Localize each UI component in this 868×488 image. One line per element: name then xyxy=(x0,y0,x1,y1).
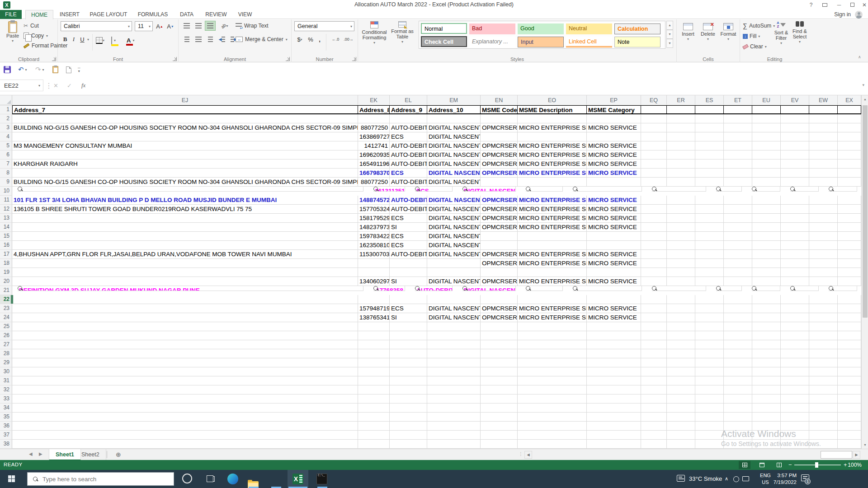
clipboard-dialog-launcher[interactable] xyxy=(52,57,56,61)
cell-ES23[interactable] xyxy=(695,304,724,313)
cell-EV24[interactable] xyxy=(781,313,809,322)
row-header-2[interactable]: 2 xyxy=(0,114,12,123)
cell-EU29[interactable] xyxy=(752,358,781,367)
cell-EN11[interactable]: OPMCRSER xyxy=(481,196,518,205)
zoom-out-button[interactable]: − xyxy=(788,461,792,468)
cell-ET21[interactable] xyxy=(829,286,857,291)
cell-EX36[interactable] xyxy=(838,422,861,431)
cell-EM2[interactable] xyxy=(427,114,481,123)
cell-ET8[interactable] xyxy=(724,169,752,178)
cell-EN3[interactable]: OPMCRSER xyxy=(481,123,518,132)
cell-EV8[interactable] xyxy=(781,169,809,178)
cell-ES35[interactable] xyxy=(695,413,724,422)
cell-EJ26[interactable] xyxy=(12,331,358,340)
style-neutral[interactable]: Neutral xyxy=(566,23,612,34)
cell-EX31[interactable] xyxy=(838,376,861,385)
cell-EX26[interactable] xyxy=(838,331,861,340)
cell-EJ20[interactable] xyxy=(12,277,358,286)
cell-EX12[interactable] xyxy=(838,205,861,214)
cell-EU33[interactable] xyxy=(752,394,781,404)
cell-EW17[interactable] xyxy=(809,250,838,259)
cell-ET16[interactable] xyxy=(724,241,752,250)
format-as-table-button[interactable]: Format as Table▾ xyxy=(390,21,415,45)
cell-ER3[interactable] xyxy=(667,123,695,132)
percent-style-button[interactable]: % xyxy=(307,35,314,44)
cell-ES19[interactable] xyxy=(695,268,724,277)
cell-EL24[interactable]: SI xyxy=(390,313,427,322)
cell-EP24[interactable]: MICRO SERVICE xyxy=(587,313,641,322)
cell-EM23[interactable]: DIGITAL NASCENT xyxy=(427,304,481,313)
cell-EU4[interactable] xyxy=(752,132,781,141)
cell-ET13[interactable] xyxy=(724,214,752,223)
number-format-combo[interactable]: General▾ xyxy=(294,21,354,31)
cell-EM27[interactable] xyxy=(427,340,481,349)
cell-EP34[interactable] xyxy=(587,404,641,413)
cell-EU26[interactable] xyxy=(752,331,781,340)
cell-EX35[interactable] xyxy=(838,413,861,422)
cell-EW23[interactable] xyxy=(809,304,838,313)
cell-EM36[interactable] xyxy=(427,422,481,431)
cell-EQ3[interactable] xyxy=(641,123,667,132)
cell-EU2[interactable] xyxy=(752,114,781,123)
cell-ES29[interactable] xyxy=(695,358,724,367)
cell-ER2[interactable] xyxy=(667,114,695,123)
cell-EN28[interactable] xyxy=(481,349,518,358)
cell-EU11[interactable] xyxy=(752,196,781,205)
cell-EU13[interactable] xyxy=(752,214,781,223)
cell-EN38[interactable] xyxy=(481,440,518,449)
cell-EV36[interactable] xyxy=(781,422,809,431)
cell-EK29[interactable] xyxy=(358,358,390,367)
cell-ER24[interactable] xyxy=(667,313,695,322)
cell-EP27[interactable] xyxy=(587,340,641,349)
cell-EP22[interactable] xyxy=(587,295,641,304)
cell-ER12[interactable] xyxy=(667,205,695,214)
style-input[interactable]: Input xyxy=(518,37,564,47)
cell-EM38[interactable] xyxy=(427,440,481,449)
style-bad[interactable]: Bad xyxy=(469,23,515,34)
row-header-17[interactable]: 17 xyxy=(0,250,12,259)
cell-EL26[interactable] xyxy=(390,331,427,340)
row-header-14[interactable]: 14 xyxy=(0,223,12,232)
cell-EW11[interactable] xyxy=(809,196,838,205)
row-header-5[interactable]: 5 xyxy=(0,141,12,150)
column-header-ET[interactable]: ET xyxy=(724,95,752,105)
cell-EV17[interactable] xyxy=(781,250,809,259)
cell-EX29[interactable] xyxy=(838,358,861,367)
cell-ES31[interactable] xyxy=(695,376,724,385)
cell-EO8[interactable]: MICRO ENTERPRISE SER xyxy=(518,169,587,178)
clear-button[interactable]: Clear▾ xyxy=(743,42,767,51)
cell-EM14[interactable]: DIGITAL NASCENT xyxy=(427,223,481,232)
ribbon-display-options-button[interactable] xyxy=(818,0,831,10)
zoom-slider-thumb[interactable] xyxy=(815,462,818,468)
cell-EV18[interactable] xyxy=(781,259,809,268)
cell-ER13[interactable] xyxy=(667,214,695,223)
cell-EL14[interactable]: SI xyxy=(390,223,427,232)
cell-EQ32[interactable] xyxy=(641,385,667,394)
cell-EJ23[interactable] xyxy=(12,304,358,313)
cell-EU23[interactable] xyxy=(752,304,781,313)
cell-EW6[interactable] xyxy=(809,150,838,160)
font-size-combo[interactable]: 11▾ xyxy=(135,21,153,31)
font-color-button[interactable]: A▾ xyxy=(127,36,134,45)
cell-EQ31[interactable] xyxy=(641,376,667,385)
cell-EK38[interactable] xyxy=(358,440,390,449)
cell-EL30[interactable] xyxy=(390,367,427,376)
scroll-left-button[interactable]: ◀ xyxy=(524,451,532,459)
fill-color-button[interactable]: ▾ xyxy=(111,36,116,45)
cell-ET31[interactable] xyxy=(724,376,752,385)
save-button[interactable] xyxy=(4,65,11,74)
cell-EK18[interactable] xyxy=(358,259,390,268)
cell-EU27[interactable] xyxy=(752,340,781,349)
align-left-button[interactable] xyxy=(181,34,192,44)
column-header-EL[interactable]: EL xyxy=(390,95,427,105)
cell-EX2[interactable] xyxy=(838,114,861,123)
cell-EN17[interactable]: OPMCRSER xyxy=(481,250,518,259)
formula-bar-expand-button[interactable]: ▾ xyxy=(862,83,864,87)
cell-EQ23[interactable] xyxy=(641,304,667,313)
cell-EJ5[interactable]: M3 MANGEMENY CONSULTANY MUMBAI xyxy=(12,141,358,150)
cell-EQ30[interactable] xyxy=(641,367,667,376)
normal-view-button[interactable] xyxy=(739,461,750,469)
cell-EV2[interactable] xyxy=(781,114,809,123)
cell-EM3[interactable]: DIGITAL NASCENT xyxy=(427,123,481,132)
cell-ET12[interactable] xyxy=(724,205,752,214)
